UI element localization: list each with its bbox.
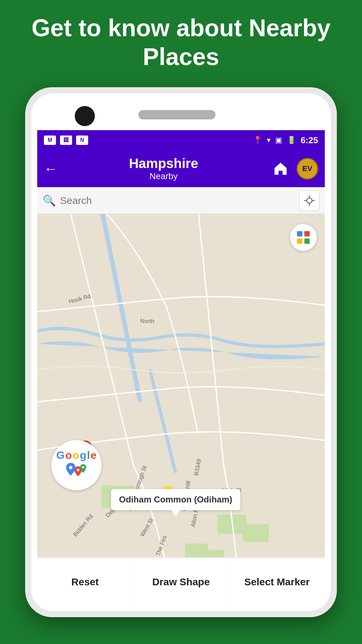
app-subtitle: Nearby: [129, 171, 198, 181]
phone-camera: [75, 106, 95, 126]
page-headline: Get to know about Nearby Places: [0, 13, 362, 71]
svg-rect-9: [185, 543, 207, 557]
app-title: Hampshire: [129, 156, 198, 171]
svg-rect-8: [243, 524, 269, 542]
battery-icon: 🔋: [287, 136, 296, 145]
google-logo: G o o g l e: [51, 440, 102, 490]
status-icons-right: 📍 ▾ ▣ 🔋 6:25: [253, 135, 318, 146]
n-icon: N: [76, 136, 88, 145]
svg-point-27: [82, 466, 84, 469]
search-bar: 🔍: [37, 187, 325, 214]
map-popup: Odiham Common (Odiham): [111, 489, 240, 510]
status-time: 6:25: [301, 135, 318, 146]
phone-inner: M 🖼 N 📍 ▾ ▣ 🔋 6:25 ← Hampshire Nearby: [31, 93, 331, 611]
ev-badge[interactable]: EV: [297, 158, 318, 179]
phone-speaker: [138, 110, 216, 119]
status-bar: M 🖼 N 📍 ▾ ▣ 🔋 6:25: [37, 130, 325, 150]
location-icon: 📍: [253, 136, 262, 145]
grid-button[interactable]: [290, 224, 317, 251]
phone-frame: M 🖼 N 📍 ▾ ▣ 🔋 6:25 ← Hampshire Nearby: [25, 87, 337, 617]
svg-point-0: [307, 198, 312, 203]
grid-dots: [297, 231, 310, 244]
dot-red: [304, 231, 310, 236]
photo-icon: 🖼: [60, 136, 72, 145]
search-input[interactable]: [60, 195, 295, 206]
app-bar: ← Hampshire Nearby EV: [37, 150, 325, 187]
app-bar-title: Hampshire Nearby: [129, 156, 198, 181]
location-button[interactable]: [299, 191, 319, 211]
svg-point-25: [69, 466, 72, 469]
map-area[interactable]: Hook Rd North Odiham Deptford Ln N Warnb…: [37, 214, 325, 557]
dot-yellow: [297, 238, 302, 244]
svg-rect-10: [204, 550, 224, 557]
dot-green: [304, 238, 310, 244]
search-icon: 🔍: [43, 194, 56, 207]
bottom-tab-bar: Reset Draw Shape Select Marker: [37, 558, 325, 605]
home-button[interactable]: [270, 159, 291, 179]
status-icons-left: M 🖼 N: [44, 136, 88, 145]
svg-point-26: [77, 469, 79, 471]
dot-blue: [297, 231, 302, 236]
select-marker-tab[interactable]: Select Marker: [229, 558, 325, 605]
reset-tab[interactable]: Reset: [37, 558, 133, 605]
wifi-icon: ▾: [267, 136, 270, 145]
back-button[interactable]: ←: [44, 161, 57, 176]
signal-icon: ▣: [275, 136, 282, 145]
app-bar-actions: EV: [270, 158, 318, 179]
draw-shape-tab[interactable]: Draw Shape: [133, 558, 229, 605]
gmail-icon: M: [44, 136, 56, 145]
popup-text: Odiham Common (Odiham): [119, 494, 232, 504]
svg-text:North: North: [140, 318, 154, 324]
